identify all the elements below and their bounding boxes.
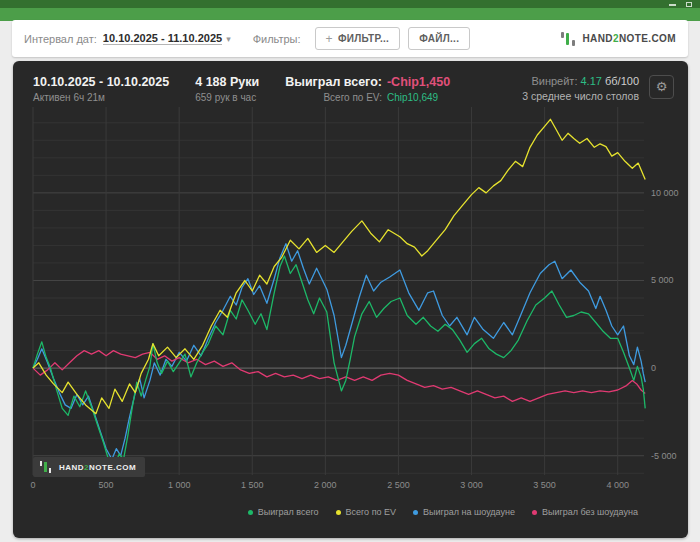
filter-button[interactable]: + ФИЛЬТР...: [315, 27, 401, 50]
ev-total-value: Chip10,649: [387, 92, 450, 103]
ev-total-label: Всего по EV:: [323, 92, 382, 103]
brand-text: HAND2NOTE.COM: [582, 33, 676, 44]
legend-label: Выиграл без шоудауна: [542, 507, 638, 517]
period-value: 10.10.2025 - 10.10.2025: [33, 75, 169, 89]
date-range-selector[interactable]: 10.10.2025 - 11.10.2025: [103, 32, 222, 45]
hand2note-logo-icon: [560, 31, 576, 47]
legend-item-2[interactable]: Выиграл на шоудауне: [413, 507, 515, 517]
legend-item-3[interactable]: Выиграл без шоудауна: [532, 507, 638, 517]
window-title-bar: [0, 0, 700, 8]
app-window: Интервал дат: 10.10.2025 - 11.10.2025 ▾ …: [0, 0, 700, 542]
legend-label: Выиграл на шоудауне: [423, 507, 515, 517]
svg-text:500: 500: [99, 480, 114, 490]
winrate-line: Винрейт: 4.17 бб/100: [522, 75, 639, 87]
winrate-units: бб/100: [605, 75, 639, 87]
interval-label: Интервал дат:: [24, 33, 97, 45]
svg-text:1 500: 1 500: [241, 480, 264, 490]
hands-per-hour: 659 рук в час: [195, 92, 259, 103]
legend-item-1[interactable]: Всего по EV: [336, 507, 396, 517]
series-line-0: [33, 256, 645, 465]
gear-icon[interactable]: ⚙: [649, 75, 674, 99]
chart-legend: Выиграл всегоВсего по EVВыиграл на шоуда…: [13, 501, 688, 521]
chevron-down-icon[interactable]: ▾: [226, 34, 231, 44]
legend-dot-icon: [532, 510, 537, 515]
svg-text:1 000: 1 000: [168, 480, 191, 490]
maximize-icon[interactable]: [686, 2, 692, 7]
series-line-1: [33, 119, 645, 413]
won-total-value: -Chip1,450: [387, 75, 450, 89]
svg-text:-5 000: -5 000: [651, 451, 677, 461]
winrate-value: 4.17: [581, 75, 602, 87]
svg-text:5 000: 5 000: [651, 275, 674, 285]
watermark-text: HAND2NOTE.COM: [59, 463, 136, 472]
hand2note-brand: HAND2NOTE.COM: [560, 31, 676, 47]
legend-item-0[interactable]: Выиграл всего: [248, 507, 319, 517]
chart-panel: 10.10.2025 - 10.10.2025 Активен 6ч 21м 4…: [13, 61, 688, 538]
legend-label: Выиграл всего: [258, 507, 319, 517]
legend-dot-icon: [248, 510, 253, 515]
file-button-label: ФАЙЛ...: [419, 33, 459, 44]
legend-label: Всего по EV: [346, 507, 396, 517]
svg-text:2 500: 2 500: [387, 480, 410, 490]
filter-button-label: ФИЛЬТР...: [338, 33, 389, 44]
svg-text:3 000: 3 000: [460, 480, 483, 490]
watermark: HAND2NOTE.COM: [33, 457, 145, 477]
svg-text:2 000: 2 000: [314, 480, 337, 490]
svg-text:4 000: 4 000: [606, 480, 629, 490]
hand2note-watermark-icon: [39, 460, 53, 474]
stats-header: 10.10.2025 - 10.10.2025 Активен 6ч 21м 4…: [13, 61, 688, 103]
svg-text:0: 0: [651, 363, 656, 373]
filters-label: Фильтры:: [253, 33, 301, 45]
file-button[interactable]: ФАЙЛ...: [408, 27, 470, 50]
series-line-2: [33, 244, 645, 460]
winrate-label: Винрейт:: [531, 75, 577, 87]
minimize-icon[interactable]: [669, 4, 676, 6]
filter-toolbar: Интервал дат: 10.10.2025 - 11.10.2025 ▾ …: [12, 20, 688, 57]
svg-text:0: 0: [30, 480, 35, 490]
legend-dot-icon: [413, 510, 418, 515]
svg-text:3 500: 3 500: [533, 480, 556, 490]
plus-icon: +: [326, 35, 333, 43]
hands-count: 4 188 Руки: [195, 75, 259, 89]
winnings-chart: 05001 0001 5002 0002 5003 0003 5004 0001…: [13, 105, 688, 497]
avg-tables: 3 среднее число столов: [522, 90, 639, 102]
won-total-label: Выиграл всего:: [285, 75, 382, 89]
chart-area: 05001 0001 5002 0002 5003 0003 5004 0001…: [13, 105, 688, 501]
legend-dot-icon: [336, 510, 341, 515]
active-time: Активен 6ч 21м: [33, 92, 169, 103]
svg-text:10 000: 10 000: [651, 188, 679, 198]
